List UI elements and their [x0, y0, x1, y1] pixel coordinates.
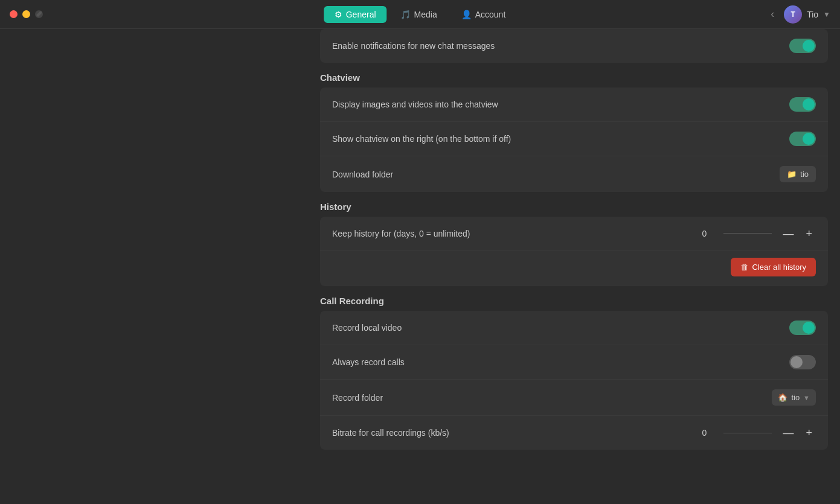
always-record-calls-toggle[interactable] — [789, 355, 816, 369]
bitrate-value: 0 — [692, 428, 716, 438]
account-icon: 👤 — [461, 10, 472, 19]
always-record-calls-row: Always record calls — [320, 345, 828, 380]
record-local-video-row: Record local video — [320, 311, 828, 345]
tab-general[interactable]: ⚙ General — [324, 6, 387, 23]
record-folder-row: Record folder 🏠 tio ▼ — [320, 380, 828, 416]
gear-icon: ⚙ — [335, 10, 342, 19]
media-icon: 🎵 — [400, 10, 411, 19]
display-images-label: Display images and videos into the chatv… — [332, 100, 498, 109]
clear-history-row: 🗑 Clear all history — [320, 250, 828, 286]
chevron-down-icon: ▼ — [823, 10, 830, 19]
chatview-card: Display images and videos into the chatv… — [320, 88, 828, 192]
keep-history-value: 0 — [692, 229, 716, 238]
sidebar — [0, 29, 308, 504]
show-chatview-row: Show chatview on the right (on the botto… — [320, 122, 828, 156]
user-name: Tio — [807, 10, 818, 19]
nav-tabs: ⚙ General 🎵 Media 👤 Account — [324, 6, 517, 23]
main-content: Enable notifications for new chat messag… — [0, 29, 840, 504]
record-local-video-label: Record local video — [332, 323, 402, 333]
notifications-label: Enable notifications for new chat messag… — [332, 41, 495, 51]
tab-media[interactable]: 🎵 Media — [390, 6, 448, 23]
show-chatview-label: Show chatview on the right (on the botto… — [332, 134, 511, 144]
keep-history-decrement[interactable]: — — [779, 227, 797, 240]
stepper-separator — [723, 233, 772, 234]
home-icon: 🏠 — [778, 393, 787, 402]
chevron-down-icon: ▼ — [803, 394, 810, 401]
notifications-row: Enable notifications for new chat messag… — [320, 29, 828, 63]
show-chatview-toggle[interactable] — [789, 132, 816, 146]
record-local-video-toggle[interactable] — [789, 321, 816, 335]
minimize-button[interactable] — [22, 10, 30, 18]
history-card: Keep history for (days, 0 = unlimited) 0… — [320, 217, 828, 286]
bitrate-row: Bitrate for call recordings (kb/s) 0 — + — [320, 416, 828, 450]
clear-history-button[interactable]: 🗑 Clear all history — [731, 258, 816, 276]
tab-account[interactable]: 👤 Account — [450, 6, 517, 23]
folder-icon: 📁 — [787, 170, 797, 179]
record-folder-value: tio — [791, 393, 800, 402]
download-folder-button[interactable]: 📁 tio — [780, 166, 816, 182]
display-images-toggle[interactable] — [789, 97, 816, 112]
bitrate-stepper: 0 — + — [692, 426, 816, 439]
keep-history-row: Keep history for (days, 0 = unlimited) 0… — [320, 217, 828, 250]
back-arrow[interactable]: ‹ — [766, 5, 779, 23]
download-folder-label: Download folder — [332, 170, 393, 179]
history-section-title: History — [320, 202, 828, 212]
titlebar: ⚙ General 🎵 Media 👤 Account ‹ T Tio ▼ — [0, 0, 840, 29]
record-folder-dropdown[interactable]: 🏠 tio ▼ — [772, 389, 816, 406]
chatview-section-title: Chatview — [320, 72, 828, 83]
call-recording-card: Record local video Always record calls R… — [320, 311, 828, 450]
download-folder-value: tio — [800, 170, 809, 179]
trash-icon: 🗑 — [740, 263, 748, 272]
bitrate-decrement[interactable]: — — [779, 426, 797, 439]
bitrate-label: Bitrate for call recordings (kb/s) — [332, 428, 449, 438]
titlebar-right: ‹ T Tio ▼ — [766, 5, 830, 24]
user-info[interactable]: T Tio ▼ — [784, 5, 830, 24]
record-folder-label: Record folder — [332, 393, 383, 403]
notifications-card: Enable notifications for new chat messag… — [320, 29, 828, 63]
notifications-toggle[interactable] — [789, 39, 816, 53]
always-record-calls-label: Always record calls — [332, 357, 405, 367]
settings-panel: Enable notifications for new chat messag… — [308, 29, 840, 504]
close-button[interactable] — [10, 10, 18, 18]
keep-history-increment[interactable]: + — [802, 227, 816, 240]
download-folder-row: Download folder 📁 tio — [320, 156, 828, 192]
stepper-separator-2 — [723, 433, 772, 433]
traffic-lights — [10, 10, 43, 18]
keep-history-stepper: 0 — + — [692, 227, 816, 240]
maximize-button[interactable] — [35, 10, 43, 18]
bitrate-increment[interactable]: + — [802, 426, 816, 439]
keep-history-label: Keep history for (days, 0 = unlimited) — [332, 229, 470, 238]
avatar: T — [784, 5, 802, 24]
call-recording-section-title: Call Recording — [320, 296, 828, 306]
display-images-row: Display images and videos into the chatv… — [320, 88, 828, 122]
